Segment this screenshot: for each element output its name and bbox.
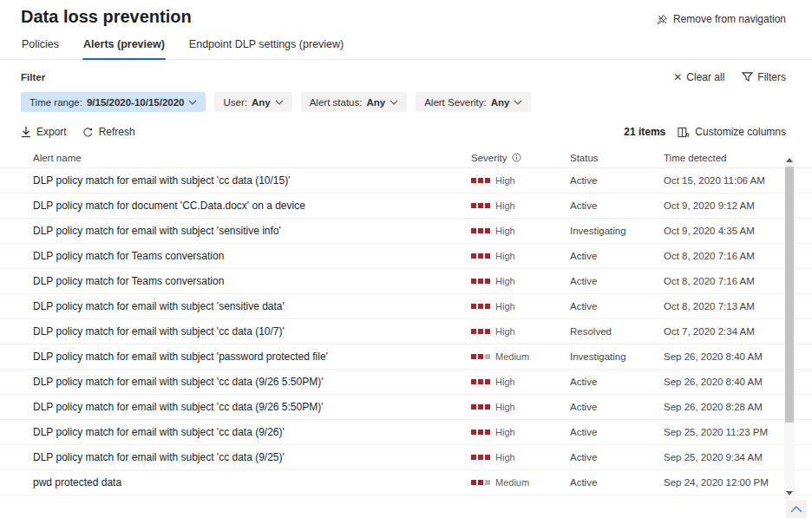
alert-name[interactable]: DLP policy match for Teams conversation (33, 275, 471, 287)
column-header-label: Status (570, 153, 599, 163)
severity-square (471, 304, 476, 309)
alert-name[interactable]: DLP policy match for email with subject … (33, 225, 471, 237)
table-row[interactable]: DLP policy match for email with subject … (0, 445, 812, 470)
alerts-table: Alert name Severity Status Time detected (0, 148, 812, 495)
table-row[interactable]: DLP policy match for email with subject … (0, 420, 812, 445)
severity-square (471, 354, 476, 359)
alert-name[interactable]: DLP policy match for email with subject … (33, 300, 471, 312)
severity-cell: Medium (471, 351, 570, 362)
customize-columns-button[interactable]: Customize columns (678, 126, 786, 138)
time-range-filter-chip[interactable]: Time range: 9/15/2020-10/15/2020 (21, 92, 206, 112)
severity-label: High (495, 427, 515, 437)
column-header-severity[interactable]: Severity (471, 153, 570, 163)
remove-from-navigation-button[interactable]: Remove from navigation (657, 13, 786, 25)
table-row[interactable]: DLP policy match for Teams conversation … (0, 244, 812, 269)
top-bar: Data loss prevention Remove from navigat… (0, 0, 812, 27)
time-detected: Sep 26, 2020 8:28 AM (664, 402, 776, 412)
alert-severity-filter-chip[interactable]: Alert Severity: Any (416, 92, 531, 112)
info-icon[interactable] (512, 153, 521, 162)
severity-cell: High (471, 301, 570, 311)
alert-name[interactable]: DLP policy match for email with subject … (33, 351, 471, 363)
severity-cell: Medium (471, 477, 570, 488)
severity-label: High (495, 175, 515, 186)
vertical-scrollbar[interactable] (784, 154, 795, 499)
table-row[interactable]: DLP policy match for email with subject … (0, 168, 812, 193)
scrollbar-thumb[interactable] (785, 167, 794, 423)
chevron-down-icon (390, 100, 398, 105)
column-header-label: Alert name (33, 153, 82, 163)
table-row[interactable]: DLP policy match for email with subject … (0, 294, 812, 319)
column-header-time-detected[interactable]: Time detected (664, 153, 776, 163)
severity-cell: High (471, 427, 570, 437)
filter-actions: ✕ Clear all Filters (673, 71, 786, 83)
table-row[interactable]: DLP policy match for email with subject … (0, 395, 812, 420)
severity-cell: High (471, 251, 570, 261)
alert-name[interactable]: DLP policy match for email with subject … (33, 325, 471, 338)
alert-status: Active (570, 377, 664, 387)
chip-label: Alert Severity: (424, 97, 487, 108)
tab-alerts-preview[interactable]: Alerts (preview) (82, 38, 166, 59)
remove-from-navigation-label: Remove from navigation (673, 13, 786, 25)
table-row[interactable]: pwd protected data Medium Active Sep 24,… (0, 470, 812, 495)
column-header-alert-name[interactable]: Alert name (33, 153, 471, 163)
alert-status: Investigating (570, 226, 664, 236)
table-row[interactable]: DLP policy match for Teams conversation … (0, 269, 812, 294)
filter-chips-row: Time range: 9/15/2020-10/15/2020 User: A… (0, 83, 812, 112)
alert-status-filter-chip[interactable]: Alert status: Any (301, 92, 407, 112)
severity-label: High (495, 251, 515, 261)
severity-square (485, 203, 490, 208)
filters-button[interactable]: Filters (742, 71, 786, 83)
filter-label: Filter (21, 72, 45, 82)
severity-square (478, 329, 483, 334)
alert-name[interactable]: pwd protected data (33, 476, 471, 488)
time-detected: Oct 7, 2020 2:34 AM (664, 326, 776, 337)
refresh-button[interactable]: Refresh (82, 126, 135, 138)
severity-square (485, 404, 490, 410)
table-row[interactable]: DLP policy match for email with subject … (0, 319, 812, 344)
alert-name[interactable]: DLP policy match for email with subject … (33, 401, 471, 413)
columns-icon (678, 127, 690, 138)
severity-square (478, 354, 483, 359)
table-row[interactable]: DLP policy match for email with subject … (0, 370, 812, 395)
alert-name[interactable]: DLP policy match for email with subject … (33, 174, 471, 187)
table-row[interactable]: DLP policy match for email with subject … (0, 219, 812, 244)
clear-all-button[interactable]: ✕ Clear all (673, 71, 724, 83)
alert-name[interactable]: DLP policy match for email with subject … (33, 376, 471, 388)
alert-status: Active (570, 301, 664, 311)
dlp-page: Data loss prevention Remove from navigat… (0, 0, 812, 518)
scroll-to-top-button[interactable] (786, 500, 807, 518)
column-header-status[interactable]: Status (570, 153, 664, 163)
export-button[interactable]: Export (21, 126, 67, 138)
chevron-up-icon (790, 506, 802, 513)
tab-policies[interactable]: Policies (21, 38, 60, 59)
alert-name[interactable]: DLP policy match for email with subject … (33, 451, 471, 463)
command-bar-left: Export Refresh (21, 126, 135, 138)
severity-square (478, 304, 483, 309)
table-row[interactable]: DLP policy match for email with subject … (0, 344, 812, 370)
severity-square (471, 279, 476, 284)
time-detected: Sep 26, 2020 8:40 AM (664, 377, 776, 387)
severity-cell: High (471, 326, 570, 337)
time-detected: Sep 26, 2020 8:40 AM (664, 351, 776, 362)
chip-value: Any (252, 97, 271, 108)
tab-endpoint-dlp-settings[interactable]: Endpoint DLP settings (preview) (188, 38, 344, 59)
command-bar-right: 21 items Customize columns (624, 126, 786, 138)
alert-name[interactable]: DLP policy match for Teams conversation (33, 250, 471, 262)
table-row[interactable]: DLP policy match for document 'CC.Data.d… (0, 193, 812, 219)
scrollbar-up-arrow-icon[interactable] (786, 158, 793, 162)
severity-square (471, 253, 476, 259)
severity-square (471, 455, 476, 460)
unpin-icon (657, 14, 668, 25)
items-count: 21 items (624, 126, 665, 138)
user-filter-chip[interactable]: User: Any (214, 92, 291, 112)
tab-bar: Policies Alerts (preview) Endpoint DLP s… (0, 38, 812, 60)
alert-status: Investigating (570, 351, 664, 362)
severity-square (478, 178, 483, 183)
alert-name[interactable]: DLP policy match for email with subject … (33, 426, 471, 438)
scrollbar-down-arrow-icon[interactable] (786, 491, 793, 495)
alert-name[interactable]: DLP policy match for document 'CC.Data.d… (33, 200, 471, 212)
severity-label: High (495, 301, 515, 311)
severity-square (485, 304, 490, 309)
severity-square (471, 480, 476, 485)
chevron-down-icon (275, 100, 284, 105)
